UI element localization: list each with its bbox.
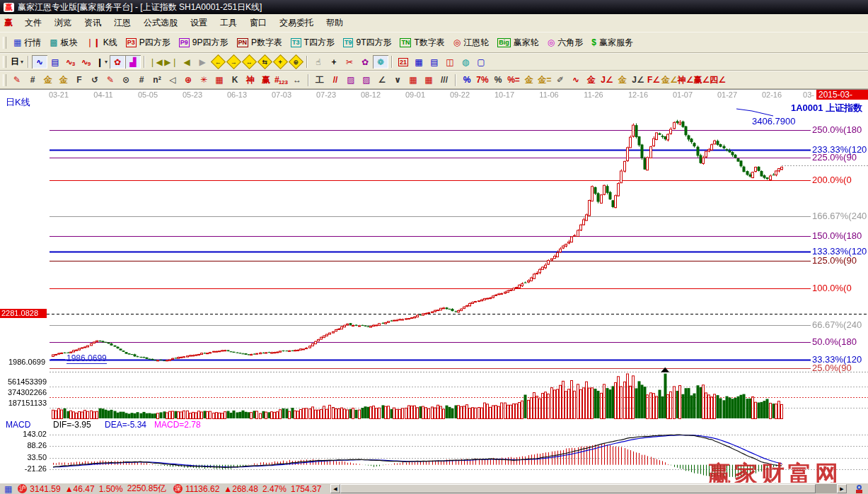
toolbar-button-hexagon[interactable]: ◎六角形 (543, 35, 587, 50)
tool-ying-slope-icon[interactable]: 赢∠ (694, 73, 710, 87)
toolbar-button-gann-wheel[interactable]: ◎江恩轮 (449, 35, 493, 50)
tool-ink-pen-icon[interactable]: ✐ (552, 73, 568, 87)
tool-gann-circle-icon[interactable]: ⊕ (180, 73, 196, 87)
tool-eraser-tool-icon[interactable]: ✿ (357, 55, 373, 69)
tool-hand-tool-icon[interactable]: ☝ (311, 55, 326, 69)
tool-save-data-icon[interactable]: ◫ (442, 55, 458, 69)
tool-gold-grid-1-icon[interactable]: 金 (40, 73, 56, 87)
tool-prev-page-icon[interactable]: ◀ (179, 55, 195, 69)
tool-workstation-icon[interactable]: ▢ (473, 55, 489, 69)
scroll-left-button[interactable]: ◀ (330, 484, 340, 493)
toolbar-button-p-square[interactable]: P3P四方形 (122, 35, 175, 50)
tool-cut-tool-icon[interactable]: ✂ (342, 55, 357, 69)
tool-v-lines-icon[interactable]: ∨ (390, 73, 405, 87)
tool-gold-circle-icon[interactable]: 金 (521, 73, 537, 87)
tool-first-page-icon[interactable]: ❘◀ (148, 55, 163, 69)
tool-starburst-icon[interactable]: ✳ (196, 73, 212, 87)
horizontal-scrollbar[interactable]: ◀ ▶ (330, 484, 847, 493)
tool-wave-red-icon[interactable]: ∿ (568, 73, 584, 87)
tool-ruler-123-icon[interactable]: #123 (274, 73, 289, 87)
menu-item-tools[interactable]: 工具 (214, 15, 243, 31)
tool-angle-line-icon[interactable]: ∠ (374, 73, 390, 87)
tool-flag-divider-icon[interactable]: ◁ (165, 73, 180, 87)
tool-red-grid-box-icon[interactable]: ▦ (212, 73, 227, 87)
tool-gold-levels-icon[interactable]: 金= (537, 73, 552, 87)
toolbar-button-winner-service[interactable]: $赢家服务 (587, 35, 637, 50)
tool-span-arrows-icon[interactable]: ↔ (289, 73, 305, 87)
tool-wave-3-icon[interactable]: ∿3 (63, 55, 79, 69)
tool-parallel-lines-icon[interactable]: /// (436, 73, 452, 87)
tool-pattern-tool-icon[interactable]: ✿ (110, 55, 125, 69)
tool-gann-brain-icon[interactable]: ❁ (373, 55, 388, 69)
tool-pan-right-icon[interactable]: → (226, 55, 241, 69)
tool-fan-box-2-icon[interactable]: ▨ (359, 73, 374, 87)
tool-pillar-tool-icon[interactable]: 工 (312, 73, 328, 87)
scroll-right-button[interactable]: ▶ (837, 484, 847, 493)
scroll-thumb[interactable] (340, 484, 816, 493)
tool-ray-fan-red-icon[interactable]: // (328, 73, 343, 87)
tool-ying-tool-icon[interactable]: 赢 (258, 73, 274, 87)
tool-j-slope-icon[interactable]: J∠ (630, 73, 646, 87)
toolbar-button-p-table[interactable]: PNP数字表 (233, 35, 287, 50)
tool-grid-red-1-icon[interactable]: ▦ (405, 73, 421, 87)
menu-item-settings[interactable]: 设置 (184, 15, 214, 31)
tool-time-grid-icon[interactable]: # (25, 73, 40, 87)
menu-item-trade[interactable]: 交易委托 (273, 15, 320, 31)
tool-pan-left-icon[interactable]: ← (210, 55, 226, 69)
tool-pencil-grid-icon[interactable]: ✎ (103, 73, 118, 87)
tool-period-day-dropdown-icon[interactable]: 日▾ (9, 55, 25, 69)
tool-circle-cycle-icon[interactable]: ⊙ (118, 73, 134, 87)
tool-crosshair-tool-icon[interactable]: + (326, 55, 342, 69)
menu-item-news[interactable]: 资讯 (78, 15, 108, 31)
tool-si-slope-icon[interactable]: 四∠ (710, 73, 726, 87)
tool-trend-line-chart-icon[interactable]: ∿ (32, 55, 47, 69)
toolbar-button-kline[interactable]: ❘❙K线 (82, 35, 122, 50)
tool-percent-7-icon[interactable]: 7% (475, 73, 490, 87)
tool-j-angle-icon[interactable]: J∠ (599, 73, 615, 87)
toolbar-button-9t-square[interactable]: T99T四方形 (339, 35, 396, 50)
tool-next-page-icon[interactable]: ▶ (195, 55, 210, 69)
tool-draw-pencil-icon[interactable]: ✎ (9, 73, 25, 87)
scroll-track[interactable] (816, 484, 837, 493)
tool-grid-red-2-icon[interactable]: ▦ (421, 73, 436, 87)
tool-hash-ruler-icon[interactable]: # (134, 73, 149, 87)
tool-swap-scale-icon[interactable]: ⇆ (257, 55, 272, 69)
menu-item-browse[interactable]: 浏览 (48, 15, 78, 31)
toolbar-button-t-square[interactable]: T3T四方形 (287, 35, 339, 50)
tool-scale-percent-icon[interactable]: % (459, 73, 475, 87)
toolbar-button-9p-square[interactable]: P99P四方形 (175, 35, 233, 50)
tool-spiral-tool-icon[interactable]: ↺ (87, 73, 103, 87)
tool-report-notes-icon[interactable]: ▤ (427, 55, 442, 69)
tool-percent-line-icon[interactable]: %= (506, 73, 521, 87)
menu-item-window[interactable]: 窗口 (243, 15, 273, 31)
tool-gold-slope-icon[interactable]: 金∠ (661, 73, 678, 87)
quote-grid-icon[interactable]: ▦ (4, 484, 12, 494)
toolbar-button-quotes[interactable]: ▦行情 (9, 35, 45, 50)
tool-expand-all-icon[interactable]: + (272, 55, 288, 69)
tool-percent-plain-icon[interactable]: % (490, 73, 506, 87)
tool-gold-underline-icon[interactable]: 金 (615, 73, 630, 87)
tool-gold-grid-2-icon[interactable]: 金 (56, 73, 71, 87)
tool-info-list-icon[interactable]: ▤ (47, 55, 63, 69)
tool-shen-slope-icon[interactable]: 神∠ (678, 73, 694, 87)
tool-n-square-icon[interactable]: n² (149, 73, 165, 87)
tool-calculator-icon[interactable]: ▦ (411, 55, 427, 69)
menu-item-gann[interactable]: 江恩 (108, 15, 137, 31)
tool-calendar-21-icon[interactable]: 21 (395, 55, 411, 69)
toolbar-button-sectors[interactable]: ▩板块 (45, 35, 81, 50)
tool-f-grid-icon[interactable]: F (71, 73, 87, 87)
menu-item-formula-picker[interactable]: 公式选股 (137, 15, 184, 31)
tool-f-slope-icon[interactable]: F∠ (646, 73, 661, 87)
tool-gold-red-levels-icon[interactable]: 金 (584, 73, 599, 87)
menu-item-help[interactable]: 帮助 (320, 15, 349, 31)
tool-fan-box-1-icon[interactable]: ▨ (343, 73, 359, 87)
tool-k-marker-icon[interactable]: K (227, 73, 243, 87)
toolbar-button-winner-wheel[interactable]: Big赢家轮 (493, 35, 543, 50)
tool-network-update-icon[interactable]: ◍ (458, 55, 473, 69)
tool-candle-style-dropdown-icon[interactable]: ❙▾ (94, 55, 110, 69)
tool-expand-horizontal-icon[interactable]: ↔ (241, 55, 257, 69)
menu-item-file[interactable]: 文件 (18, 15, 48, 31)
tool-reset-view-icon[interactable]: ⊕ (288, 55, 303, 69)
tool-color-histogram-icon[interactable]: ▟ (125, 55, 141, 69)
tool-last-page-icon[interactable]: ▶❘ (163, 55, 179, 69)
